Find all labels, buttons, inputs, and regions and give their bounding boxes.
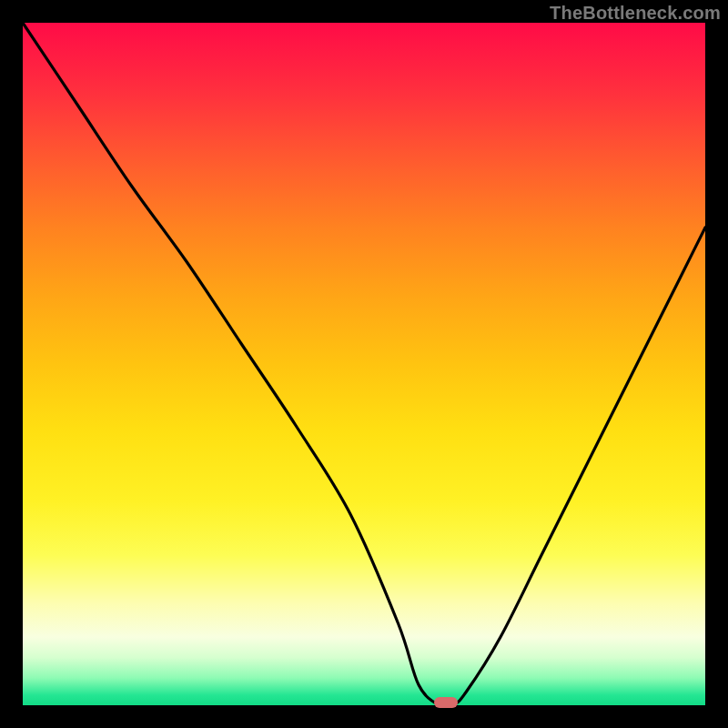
watermark-text: TheBottleneck.com [550,3,721,24]
chart-frame: TheBottleneck.com [0,0,728,728]
plot-area [23,23,705,705]
bottleneck-curve [23,23,705,705]
optimal-marker [434,697,458,708]
